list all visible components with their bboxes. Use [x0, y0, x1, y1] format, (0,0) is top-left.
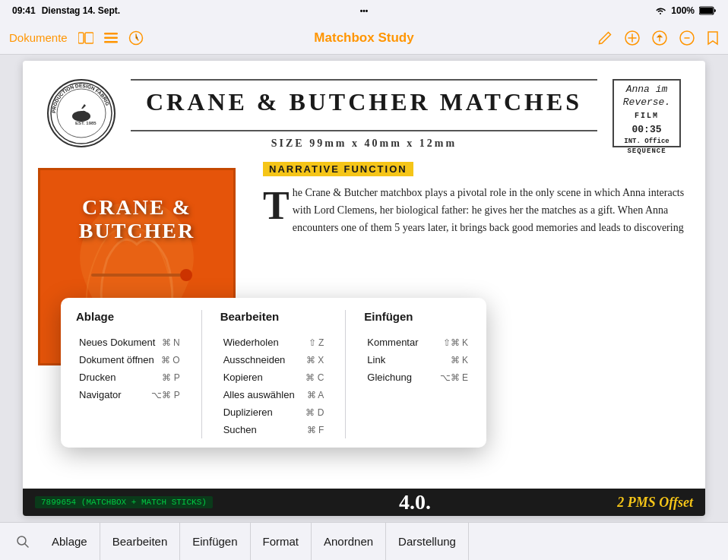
- menu-item-shortcut: ⇧ Z: [309, 337, 324, 348]
- menu-divider-2: [345, 310, 346, 438]
- svg-rect-16: [91, 274, 182, 277]
- tab-format[interactable]: Format: [251, 523, 312, 560]
- production-logo: PRODUCTION DESIGN FABRIG EST. 1985: [47, 79, 116, 147]
- menu-item-label: Ausschneiden: [223, 354, 286, 365]
- menu-item-ausschneiden[interactable]: Ausschneiden ⌘ X: [220, 351, 328, 369]
- menu-col-einfuegen: Einfügen Kommentar ⇧⌘ K Link ⌘ K Gleichu…: [349, 310, 486, 438]
- menu-item-label: Drucken: [79, 372, 116, 383]
- history-button[interactable]: [128, 30, 144, 46]
- barcode-text: 7899654 (MATCHBOX + MATCH STICKS): [35, 496, 213, 508]
- svg-rect-4: [104, 33, 118, 35]
- battery-text: 100%: [671, 5, 695, 16]
- menu-item-duplizieren[interactable]: Duplizieren ⌘ D: [220, 403, 328, 421]
- status-date: Dienstag 14. Sept.: [42, 5, 120, 16]
- menu-item-wiederholen[interactable]: Wiederholen ⇧ Z: [220, 334, 328, 351]
- einfuegen-header: Einfügen: [364, 310, 471, 326]
- menu-item-shortcut: ⌘ A: [307, 390, 324, 400]
- menu-item-label: Link: [367, 354, 385, 365]
- menu-item-shortcut: ⌘ P: [162, 372, 179, 383]
- film-card-type: FILM: [617, 111, 676, 122]
- menu-item-shortcut: ⇧⌘ K: [443, 337, 468, 348]
- menu-item-shortcut: ⌘ X: [306, 355, 324, 365]
- menu-item-neues-dokument[interactable]: Neues Dokument ⌘ N: [76, 334, 183, 351]
- film-card-line1: Anna im: [626, 84, 668, 95]
- drop-cap: T: [263, 190, 290, 222]
- menu-item-drucken[interactable]: Drucken ⌘ P: [76, 369, 183, 386]
- menu-item-label: Kopieren: [223, 372, 263, 383]
- battery-icon: [699, 6, 716, 15]
- search-button[interactable]: [6, 530, 40, 554]
- svg-point-18: [17, 536, 26, 545]
- svg-text:EST. 1985: EST. 1985: [75, 121, 97, 125]
- menu-col-ablage: Ablage Neues Dokument ⌘ N Dokument öffne…: [61, 310, 198, 438]
- menu-item-kopieren[interactable]: Kopieren ⌘ C: [220, 369, 328, 386]
- share-button[interactable]: [652, 30, 667, 46]
- matchbox-brand: CRANE & BUTCHER: [40, 196, 233, 243]
- tab-bearbeiten[interactable]: Bearbeiten: [100, 523, 181, 560]
- menu-item-label: Navigator: [79, 389, 122, 400]
- status-time: 09:41: [12, 5, 36, 16]
- menu-item-kommentar[interactable]: Kommentar ⇧⌘ K: [364, 334, 471, 351]
- svg-point-17: [180, 269, 192, 281]
- document-page: PRODUCTION DESIGN FABRIG EST. 1985 Crane…: [23, 61, 705, 516]
- tab-darstellung[interactable]: Darstellung: [386, 523, 469, 560]
- sidebar-toggle-button[interactable]: [78, 32, 93, 44]
- menu-item-alles-auswaehlen[interactable]: Alles auswählen ⌘ A: [220, 386, 328, 403]
- menu-item-link[interactable]: Link ⌘ K: [364, 351, 471, 369]
- wifi-icon: [654, 6, 666, 15]
- page-number: 4.0.: [399, 490, 431, 514]
- doc-main-title: Crane & Butcher Matches: [131, 85, 597, 119]
- menu-item-shortcut: ⌥⌘ P: [151, 390, 179, 400]
- ablage-header: Ablage: [76, 310, 183, 326]
- bookmark-button[interactable]: [707, 30, 719, 46]
- zoom-out-button[interactable]: [679, 30, 695, 46]
- bearbeiten-header: Bearbeiten: [220, 310, 328, 326]
- menu-columns: Ablage Neues Dokument ⌘ N Dokument öffne…: [61, 310, 486, 438]
- status-icons: 100%: [654, 5, 716, 16]
- svg-rect-2: [78, 33, 84, 43]
- svg-rect-1: [700, 8, 713, 14]
- add-button[interactable]: [625, 30, 640, 46]
- menu-item-shortcut: ⌘ O: [161, 355, 180, 365]
- menu-item-label: Suchen: [223, 424, 257, 435]
- menu-item-label: Kommentar: [367, 337, 418, 348]
- menu-item-shortcut: ⌘ F: [307, 425, 324, 435]
- menu-item-gleichung[interactable]: Gleichung ⌥⌘ E: [364, 369, 471, 386]
- menu-item-shortcut: ⌘ C: [305, 372, 324, 383]
- menu-overlay: Ablage Neues Dokument ⌘ N Dokument öffne…: [61, 298, 486, 448]
- menu-col-bearbeiten: Bearbeiten Wiederholen ⇧ Z Ausschneiden …: [205, 310, 343, 438]
- documents-button[interactable]: Dokumente: [9, 31, 68, 44]
- tab-anordnen[interactable]: Anordnen: [312, 523, 386, 560]
- tab-ablage[interactable]: Ablage: [40, 523, 100, 560]
- menu-item-navigator[interactable]: Navigator ⌥⌘ P: [76, 386, 183, 403]
- tab-einfuegen[interactable]: Einfügen: [180, 523, 250, 560]
- film-card-location: INT. Office: [617, 137, 676, 147]
- doc-bottom-bar: 7899654 (MATCHBOX + MATCH STICKS) 4.0. 2…: [23, 489, 705, 516]
- menu-item-label: Dokument öffnen: [79, 354, 154, 365]
- film-card-line2: Reverse.: [623, 96, 670, 108]
- svg-rect-6: [104, 41, 118, 43]
- film-card-sequence: SEQUENCE: [617, 147, 676, 157]
- film-card: Anna im Reverse. FILM 00:35 INT. Office …: [612, 79, 681, 147]
- offset-text: 2 PMS Offset: [617, 495, 693, 511]
- menu-item-label: Neues Dokument: [79, 337, 155, 348]
- list-view-button[interactable]: [104, 33, 118, 43]
- doc-size-label: SIZE 99mm x 40mm x 12mm: [131, 138, 597, 150]
- tab-bar: Ablage Bearbeiten Einfügen Format Anordn…: [0, 522, 728, 560]
- menu-item-dokument-oeffnen[interactable]: Dokument öffnen ⌘ O: [76, 351, 183, 369]
- svg-rect-3: [85, 33, 93, 43]
- doc-header: PRODUCTION DESIGN FABRIG EST. 1985 Crane…: [23, 61, 705, 159]
- toolbar: Dokumente Matchbox Study: [0, 21, 728, 55]
- narrative-label: NARRATIVE FUNCTION: [263, 162, 413, 176]
- doc-title-area: Crane & Butcher Matches SIZE 99mm x 40mm…: [131, 79, 597, 150]
- menu-item-shortcut: ⌘ D: [305, 407, 324, 418]
- menu-item-shortcut: ⌘ N: [162, 337, 180, 348]
- document-title: Matchbox Study: [314, 30, 413, 46]
- svg-text:PRODUCTION DESIGN FABRIG: PRODUCTION DESIGN FABRIG: [51, 83, 110, 113]
- menu-divider-1: [201, 310, 202, 438]
- narrative-text: T he Crane & Butcher matchbox plays a pi…: [263, 184, 687, 236]
- menu-item-label: Wiederholen: [223, 337, 279, 348]
- pencil-icon[interactable]: [597, 30, 612, 46]
- menu-item-suchen[interactable]: Suchen ⌘ F: [220, 421, 328, 438]
- status-bar: 09:41 Dienstag 14. Sept. ••• 100%: [0, 0, 728, 21]
